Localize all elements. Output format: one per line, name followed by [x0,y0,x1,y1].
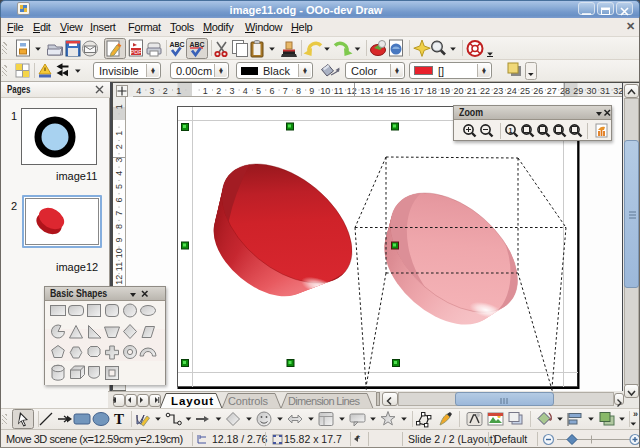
svg-text:29: 29 [573,86,583,96]
svg-text:7: 7 [283,86,288,96]
svg-text:26: 26 [533,86,543,96]
svg-text:Controls: Controls [228,395,269,407]
svg-text:9: 9 [309,86,314,96]
svg-text:6: 6 [269,86,274,96]
svg-text:15: 15 [387,86,397,96]
svg-text:8: 8 [296,86,301,96]
svg-text:12: 12 [114,275,124,285]
svg-text:Layout: Layout [171,395,213,407]
svg-text:2: 2 [163,86,168,96]
svg-text:»: » [633,409,638,419]
svg-text:6: 6 [114,197,124,202]
svg-text:30: 30 [587,86,597,96]
svg-text:32: 32 [613,86,622,96]
svg-text:25: 25 [520,86,530,96]
svg-text:18: 18 [427,86,437,96]
svg-text:10: 10 [320,86,330,96]
svg-text:4: 4 [114,171,124,176]
svg-text:Dimension Lines: Dimension Lines [288,395,361,407]
svg-text:19: 19 [440,86,450,96]
svg-text:1: 1 [114,131,124,136]
svg-text:17: 17 [413,86,423,96]
svg-text:21: 21 [467,86,477,96]
svg-text:1: 1 [176,86,181,96]
svg-text:10: 10 [114,248,124,258]
svg-text:ABC: ABC [189,41,204,48]
svg-text:2: 2 [216,86,221,96]
svg-text:2: 2 [114,144,124,149]
svg-text:ABC: ABC [169,41,184,48]
svg-text:3: 3 [150,86,155,96]
svg-text:1: 1 [509,127,513,134]
svg-text:13: 13 [360,86,370,96]
svg-text:14: 14 [373,86,383,96]
svg-text:5: 5 [114,184,124,189]
svg-text:4: 4 [243,86,248,96]
svg-text:1: 1 [114,104,124,109]
svg-text:23: 23 [493,86,503,96]
svg-text:11: 11 [114,262,124,271]
svg-text:12: 12 [347,86,357,96]
svg-text:8: 8 [114,224,124,229]
svg-text:31: 31 [600,86,610,96]
svg-text:4: 4 [136,86,141,96]
svg-text:7: 7 [114,211,124,216]
svg-text:27: 27 [547,86,557,96]
svg-text:T: T [114,411,124,427]
svg-text:1: 1 [203,86,208,96]
svg-text:PDF: PDF [131,49,143,55]
svg-text:16: 16 [400,86,410,96]
svg-text:5: 5 [256,86,261,96]
svg-text:11: 11 [334,86,343,96]
svg-text:3: 3 [229,86,234,96]
svg-text:3: 3 [114,157,124,162]
svg-text:22: 22 [480,86,490,96]
svg-text:24: 24 [507,86,517,96]
svg-text:9: 9 [114,237,124,242]
svg-text:20: 20 [453,86,463,96]
